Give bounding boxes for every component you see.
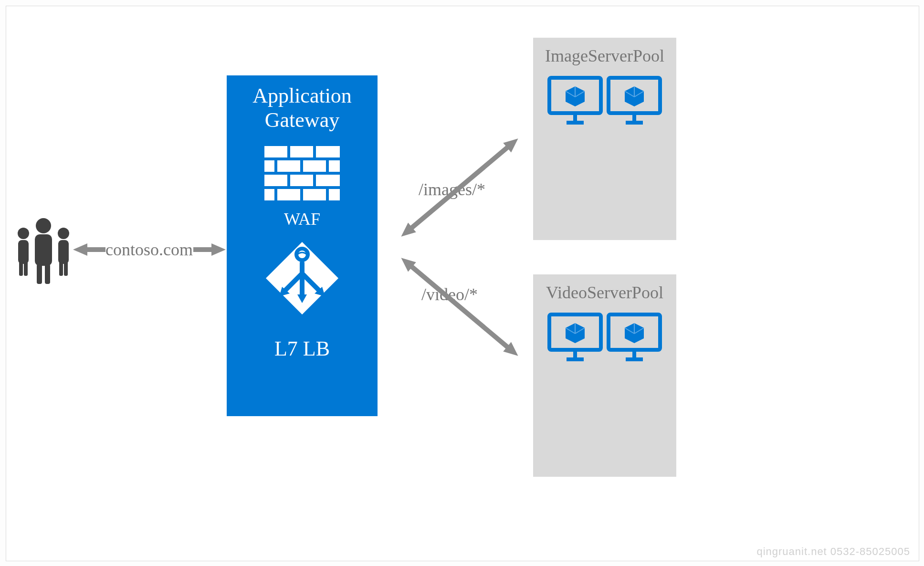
l7-lb-label: L7 LB xyxy=(227,338,378,359)
svg-marker-13 xyxy=(193,243,226,256)
application-gateway-node: Application Gateway WAF xyxy=(227,75,378,416)
arrow-gateway-images xyxy=(383,121,536,254)
video-server-pool: VideoServerPool xyxy=(533,274,676,477)
svg-rect-2 xyxy=(19,262,23,276)
svg-rect-10 xyxy=(59,262,63,276)
vm-icon xyxy=(546,312,604,364)
arrow-gateway-video xyxy=(383,240,536,374)
svg-marker-12 xyxy=(73,243,105,256)
svg-point-4 xyxy=(36,218,51,233)
watermark-text: qingruanit.net 0532-85025005 xyxy=(756,545,910,558)
gateway-title-line2: Gateway xyxy=(227,108,378,133)
svg-rect-9 xyxy=(58,240,69,264)
svg-rect-3 xyxy=(24,262,28,276)
svg-rect-1 xyxy=(18,240,29,264)
svg-marker-38 xyxy=(397,253,522,361)
svg-point-0 xyxy=(18,228,29,239)
waf-label: WAF xyxy=(227,210,378,228)
firewall-icon xyxy=(263,145,341,202)
image-pool-title: ImageServerPool xyxy=(533,38,676,64)
arrow-users-gateway xyxy=(73,242,226,257)
image-server-pool: ImageServerPool xyxy=(533,38,676,240)
load-balancer-icon xyxy=(264,240,340,316)
vm-icon xyxy=(606,312,663,364)
vm-icon xyxy=(546,75,604,127)
svg-rect-7 xyxy=(45,264,50,284)
svg-rect-5 xyxy=(35,234,52,266)
vm-icon xyxy=(606,75,663,127)
gateway-title-line1: Application xyxy=(227,75,378,108)
video-pool-title: VideoServerPool xyxy=(533,274,676,301)
svg-rect-6 xyxy=(37,264,42,284)
users-icon xyxy=(15,211,72,288)
svg-marker-37 xyxy=(397,134,522,241)
svg-point-8 xyxy=(58,228,69,239)
svg-rect-11 xyxy=(64,262,68,276)
diagram-frame: contoso.com Application Gateway xyxy=(6,6,919,561)
